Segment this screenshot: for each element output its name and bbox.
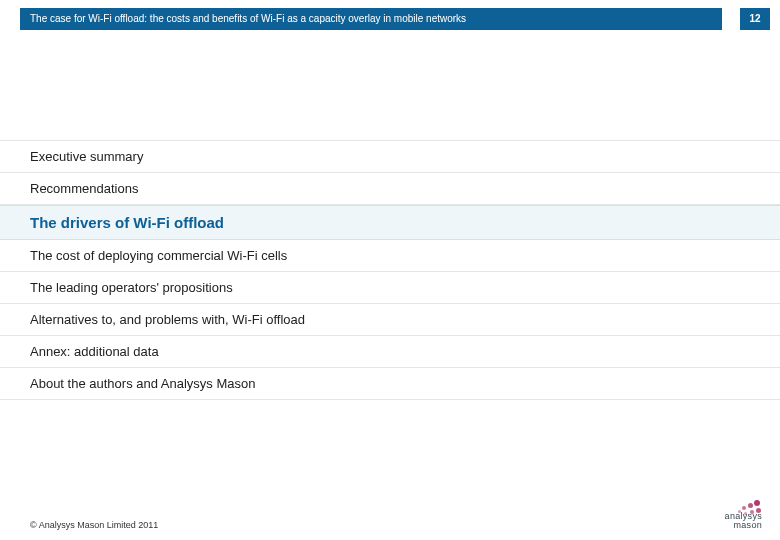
analysys-mason-logo: analysys mason	[692, 502, 762, 530]
toc-item-drivers[interactable]: The drivers of Wi-Fi offload	[0, 205, 780, 240]
toc-item-cost-deploying[interactable]: The cost of deploying commercial Wi-Fi c…	[0, 240, 780, 272]
toc-label: About the authors and Analysys Mason	[30, 376, 255, 391]
toc-item-alternatives[interactable]: Alternatives to, and problems with, Wi-F…	[0, 304, 780, 336]
footer: © Analysys Mason Limited 2011 analysys m…	[30, 502, 762, 530]
slide-page: The case for Wi-Fi offload: the costs an…	[0, 8, 780, 540]
logo-line2: mason	[733, 520, 762, 530]
toc-label: Alternatives to, and problems with, Wi-F…	[30, 312, 305, 327]
toc-item-executive-summary[interactable]: Executive summary	[0, 140, 780, 173]
document-title: The case for Wi-Fi offload: the costs an…	[20, 8, 722, 30]
logo-text: analysys mason	[725, 512, 762, 530]
header-gap	[722, 8, 740, 30]
table-of-contents: Executive summary Recommendations The dr…	[0, 140, 780, 400]
toc-label: Annex: additional data	[30, 344, 159, 359]
toc-item-leading-operators[interactable]: The leading operators' propositions	[0, 272, 780, 304]
toc-label: The cost of deploying commercial Wi-Fi c…	[30, 248, 287, 263]
toc-item-about-authors[interactable]: About the authors and Analysys Mason	[0, 368, 780, 400]
header-bar: The case for Wi-Fi offload: the costs an…	[20, 8, 770, 30]
toc-label: Executive summary	[30, 149, 143, 164]
toc-label: The drivers of Wi-Fi offload	[30, 214, 224, 231]
copyright-text: © Analysys Mason Limited 2011	[30, 520, 158, 530]
toc-item-annex[interactable]: Annex: additional data	[0, 336, 780, 368]
toc-item-recommendations[interactable]: Recommendations	[0, 173, 780, 205]
page-number: 12	[740, 8, 770, 30]
toc-label: Recommendations	[30, 181, 138, 196]
toc-label: The leading operators' propositions	[30, 280, 233, 295]
